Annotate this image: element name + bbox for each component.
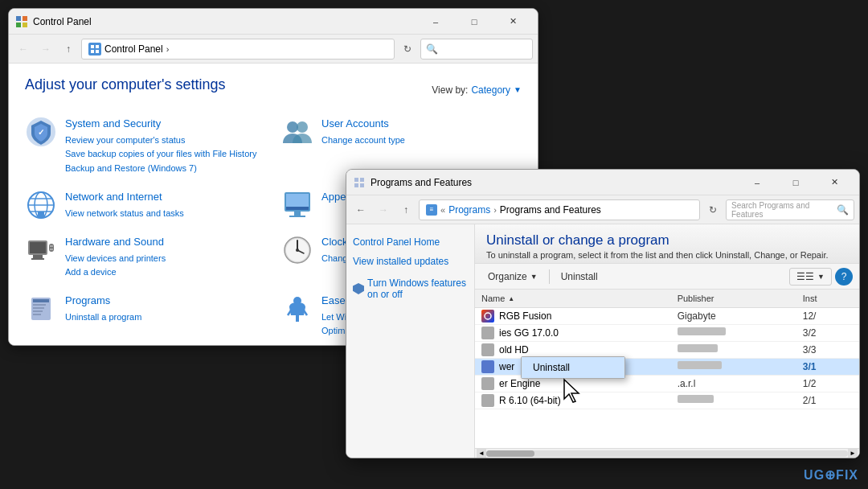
pf-row-1[interactable]: ies GG 17.0.0 3/2 bbox=[475, 325, 859, 342]
pf-uninstall-btn[interactable]: Uninstall bbox=[555, 268, 604, 286]
pf-search-icon: 🔍 bbox=[837, 204, 849, 216]
pf-refresh-btn[interactable]: ↻ bbox=[703, 200, 723, 220]
hardware-sublink-1[interactable]: Add a device bbox=[65, 265, 265, 280]
hardware-title[interactable]: Hardware and Sound bbox=[65, 236, 164, 248]
pf-back-btn[interactable]: ← bbox=[351, 200, 371, 220]
cp-forward-btn[interactable]: → bbox=[36, 39, 55, 59]
cp-address-field[interactable]: Control Panel › bbox=[81, 39, 395, 60]
pf-breadcrumb-icon: ≡ bbox=[426, 204, 437, 216]
pf-header-publisher[interactable]: Publisher bbox=[671, 292, 796, 305]
scroll-right-btn[interactable]: ► bbox=[848, 449, 858, 458]
pf-row1-name: ies GG 17.0.0 bbox=[499, 327, 559, 339]
pf-cell-inst-5: 2/1 bbox=[796, 393, 859, 408]
pf-header-installed[interactable]: Inst bbox=[796, 292, 859, 305]
system-security-title[interactable]: System and Security bbox=[65, 117, 161, 129]
pf-close-btn[interactable]: ✕ bbox=[816, 170, 853, 195]
watermark: UG⊕FIX bbox=[804, 467, 858, 483]
pf-sidebar-home[interactable]: Control Panel Home bbox=[353, 232, 468, 252]
view-by-value[interactable]: Category bbox=[471, 84, 510, 96]
category-programs: Programs Uninstall a program bbox=[25, 293, 265, 339]
pf-search-box[interactable]: Search Programs and Features 🔍 bbox=[726, 199, 854, 220]
pf-up-btn[interactable]: ↑ bbox=[396, 200, 416, 220]
pf-row3-icon bbox=[481, 360, 494, 373]
pf-row0-publisher: Gigabyte bbox=[678, 310, 716, 322]
scroll-thumb-h bbox=[486, 450, 534, 457]
pf-row3-installed: 3/1 bbox=[803, 361, 817, 372]
svg-rect-25 bbox=[30, 242, 46, 253]
view-by-chevron: ▼ bbox=[514, 85, 522, 94]
pf-breadcrumb-field[interactable]: ≡ « Programs › Programs and Features bbox=[419, 199, 700, 220]
cp-refresh-btn[interactable]: ↻ bbox=[398, 39, 417, 59]
pf-row-5[interactable]: R 6.10 (64-bit) 2/1 bbox=[475, 392, 859, 409]
network-links: Network and Internet View network status… bbox=[65, 189, 265, 220]
svg-point-11 bbox=[297, 121, 308, 133]
cp-minimize-btn[interactable]: – bbox=[417, 9, 454, 35]
pf-breadcrumb-programs: Programs bbox=[448, 204, 490, 216]
cp-maximize-btn[interactable]: □ bbox=[456, 9, 493, 35]
category-network-internet: Network and Internet View network status… bbox=[25, 189, 265, 221]
user-sublink-0[interactable]: Change account type bbox=[321, 134, 522, 148]
cp-back-btn[interactable]: ← bbox=[14, 39, 33, 59]
cp-breadcrumb: Control Panel › bbox=[88, 43, 169, 55]
category-hardware-sound: Hardware and Sound View devices and prin… bbox=[25, 234, 265, 280]
programs-sublink-0[interactable]: Uninstall a program bbox=[65, 310, 265, 325]
pf-page-subtitle: To uninstall a program, select it from t… bbox=[486, 250, 848, 260]
pf-row4-name: er Engine bbox=[499, 378, 540, 389]
svg-rect-5 bbox=[96, 45, 99, 48]
programs-title[interactable]: Programs bbox=[65, 294, 110, 306]
pf-cell-pub-4: .a.r.l bbox=[671, 376, 796, 391]
pf-scrollbar-h[interactable]: ◄ ► bbox=[475, 448, 859, 458]
network-title[interactable]: Network and Internet bbox=[65, 191, 162, 203]
pf-row1-icon bbox=[481, 327, 494, 339]
pf-sidebar-features[interactable]: Turn Windows features on or off bbox=[353, 277, 468, 300]
pf-cell-pub-1 bbox=[671, 326, 796, 340]
pf-row3-publisher-blur bbox=[678, 361, 722, 369]
pf-header-name[interactable]: Name ▲ bbox=[475, 292, 671, 305]
pf-cell-pub-0: Gigabyte bbox=[671, 309, 796, 323]
pf-row-0[interactable]: RGB Fusion Gigabyte 12/ bbox=[475, 308, 859, 325]
user-accounts-title[interactable]: User Accounts bbox=[321, 117, 389, 129]
pf-cell-inst-3: 3/1 bbox=[796, 360, 859, 374]
svg-rect-48 bbox=[360, 183, 364, 187]
system-sublink-0[interactable]: Review your computer's status bbox=[65, 134, 265, 148]
pf-maximize-btn[interactable]: □ bbox=[777, 170, 814, 195]
cp-main-header: Adjust your computer's settings bbox=[25, 76, 226, 93]
svg-point-49 bbox=[485, 313, 491, 319]
cp-up-btn[interactable]: ↑ bbox=[59, 39, 78, 59]
pf-organize-btn[interactable]: Organize ▼ bbox=[481, 268, 544, 286]
pf-toolbar-sep bbox=[549, 269, 550, 284]
system-sublink-2[interactable]: Backup and Restore (Windows 7) bbox=[65, 162, 265, 176]
svg-rect-40 bbox=[33, 310, 43, 312]
pf-header-name-label: Name bbox=[481, 294, 505, 303]
pf-organize-label: Organize bbox=[488, 271, 527, 282]
network-sublink-0[interactable]: View network status and tasks bbox=[65, 207, 265, 221]
svg-rect-29 bbox=[33, 255, 43, 258]
pf-sidebar-updates[interactable]: View installed updates bbox=[353, 252, 468, 271]
cp-search-box[interactable]: 🔍 bbox=[420, 39, 533, 60]
hardware-sublink-0[interactable]: View devices and printers bbox=[65, 252, 265, 266]
svg-rect-0 bbox=[16, 16, 21, 21]
svg-rect-46 bbox=[360, 178, 364, 182]
system-sublink-1[interactable]: Save backup copies of your files with Fi… bbox=[65, 147, 265, 162]
scroll-left-btn[interactable]: ◄ bbox=[477, 449, 486, 458]
svg-line-43 bbox=[288, 310, 291, 315]
context-menu-uninstall[interactable]: Uninstall bbox=[522, 357, 624, 378]
pf-cell-name-2: old HD bbox=[475, 342, 671, 358]
pf-table-header: Name ▲ Publisher Inst bbox=[475, 290, 859, 308]
pf-help-btn[interactable]: ? bbox=[835, 268, 853, 286]
pf-view-btn[interactable]: ☰☰ ▼ bbox=[789, 268, 832, 286]
pf-cell-inst-0: 12/ bbox=[796, 309, 859, 323]
pf-view-icon: ☰☰ bbox=[796, 271, 814, 282]
pf-forward-btn[interactable]: → bbox=[374, 200, 393, 220]
programs-features-window: Programs and Features – □ ✕ ← → ↑ ≡ « Pr… bbox=[346, 169, 860, 458]
svg-rect-3 bbox=[23, 23, 27, 27]
programs-sublinks: Uninstall a program bbox=[65, 310, 265, 325]
cp-close-btn[interactable]: ✕ bbox=[494, 9, 531, 35]
pf-breadcrumb-sep1: « bbox=[440, 205, 445, 215]
pf-minimize-btn[interactable]: – bbox=[739, 170, 776, 195]
pf-cell-inst-2: 3/3 bbox=[796, 343, 859, 357]
svg-rect-45 bbox=[354, 178, 358, 182]
user-accounts-links: User Accounts Change account type bbox=[321, 116, 522, 147]
pf-cell-pub-3 bbox=[671, 360, 796, 374]
pf-window-controls: – □ ✕ bbox=[739, 170, 853, 195]
